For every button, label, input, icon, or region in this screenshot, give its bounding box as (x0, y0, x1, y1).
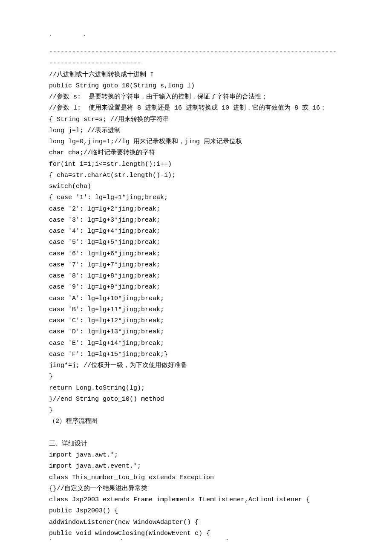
code-line: case '7': lg=lg+7*jing;break; (49, 260, 343, 271)
code-line: public String goto_10(String s,long l) (49, 81, 343, 92)
code-line: //参数 l: 使用来设置是将 8 进制还是 16 进制转换成 10 进制，它的… (49, 103, 343, 114)
code-line: }//end String goto_10() method (49, 394, 343, 405)
code-line: for(int i=1;i<=str.length();i++) (49, 159, 343, 170)
code-line: long j=l; //表示进制 (49, 125, 343, 136)
code-line: //八进制或十六进制转换成十进制 I (49, 69, 343, 81)
code-line: case 'E': lg=lg+14*jing;break; (49, 338, 343, 349)
code-line: case 'D': lg=lg+13*jing;break; (49, 327, 343, 338)
code-line: case '8': lg=lg+8*jing;break; (49, 271, 343, 282)
footer-dot-2: . (120, 533, 124, 544)
code-line: return Long.toString(lg); (49, 383, 343, 394)
code-line: case 'F': lg=lg+15*jing;break;} (49, 349, 343, 360)
code-line: { case '1': lg=lg+1*jing;break; (49, 192, 343, 203)
code-line: class This_number_too_big extends Except… (49, 472, 343, 483)
footer-dot-1: . (49, 533, 52, 544)
code-line: case '3': lg=lg+3*jing;break; (49, 215, 343, 226)
code-line: ----------------------------------------… (49, 47, 343, 58)
code-line: ------------------------ (49, 58, 343, 69)
document-page: .. -------------------------------------… (0, 0, 392, 555)
code-line: case '6': lg=lg+6*jing;break; (49, 249, 343, 260)
code-line: case 'C': lg=lg+12*jing;break; (49, 315, 343, 327)
code-line: case '4': lg=lg+4*jing;break; (49, 226, 343, 237)
blank-line (49, 428, 343, 439)
code-line: } (49, 405, 343, 416)
code-line: char cha;//临时记录要转换的字符 (49, 147, 343, 159)
code-line: { cha=str.charAt(str.length()-i); (49, 170, 343, 181)
code-line: import java.awt.event.*; (49, 461, 343, 472)
code-line: switch(cha) (49, 181, 343, 192)
code-line: case '9': lg=lg+9*jing;break; (49, 282, 343, 293)
code-line: addWindowListener(new WindowAdapter() { (49, 517, 343, 528)
code-line: { String str=s; //用来转换的字符串 (49, 114, 343, 125)
code-line: case '5': lg=lg+5*jing;break; (49, 237, 343, 248)
code-line: //参数 s: 是要转换的字符串，由于输入的控制，保证了字符串的合法性； (49, 92, 343, 103)
footer-dot-3: . (225, 533, 229, 544)
code-line: long lg=0,jing=1;//lg 用来记录权乘和，jing 用来记录位… (49, 136, 343, 147)
code-line: case 'A': lg=lg+10*jing;break; (49, 293, 343, 304)
code-line: case '2': lg=lg+2*jing;break; (49, 204, 343, 215)
header-dots: .. (49, 29, 116, 40)
code-line: public Jsp2003() { (49, 506, 343, 517)
code-content: ----------------------------------------… (49, 47, 343, 539)
code-line: } (49, 371, 343, 382)
code-line: 三、详细设计 (49, 439, 343, 450)
code-line: （2）程序流程图 (49, 416, 343, 427)
code-line: jing*=j; //位权升一级，为下次使用做好准备 (49, 360, 343, 371)
code-line: {}//自定义的一个结果溢出异常类 (49, 483, 343, 494)
code-line: import java.awt.*; (49, 450, 343, 461)
code-line: case 'B': lg=lg+11*jing;break; (49, 304, 343, 315)
code-line: class Jsp2003 extends Frame implements I… (49, 494, 343, 506)
footer-dots: . . . (49, 533, 229, 544)
